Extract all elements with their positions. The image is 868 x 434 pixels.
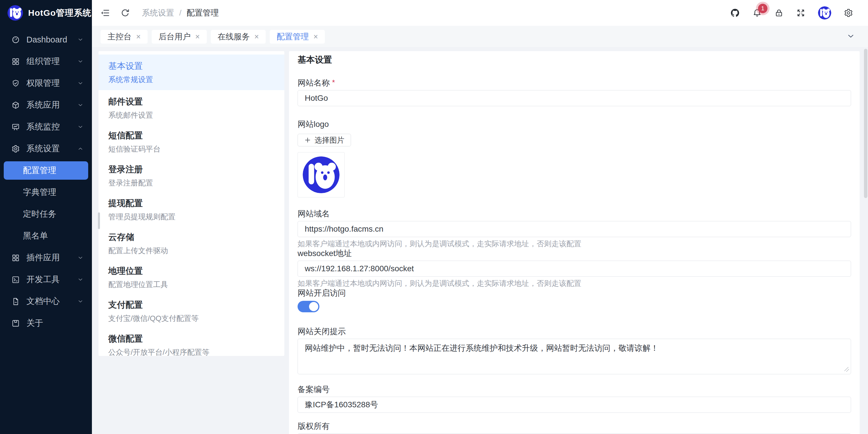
site-access-toggle[interactable] — [298, 301, 319, 312]
sidebar-subitem-blacklist[interactable]: 黑名单 — [0, 225, 92, 247]
sidebar-subitem-config-management[interactable]: 配置管理 — [4, 161, 88, 180]
chevron-down-icon — [78, 124, 83, 130]
icp-input[interactable] — [298, 397, 851, 413]
icp-label: 备案编号 — [298, 385, 851, 394]
chevron-up-icon — [78, 146, 83, 152]
close-icon[interactable]: × — [136, 33, 141, 41]
terminal-icon — [11, 275, 20, 284]
tab-bar: 主控台 × 后台用户 × 在线服务 × 配置管理 × — [92, 26, 868, 47]
breadcrumb-current: 配置管理 — [187, 7, 219, 19]
close-icon[interactable]: × — [313, 33, 318, 41]
top-header: 系统设置 / 配置管理 1 — [92, 0, 868, 26]
frame-icon — [11, 319, 20, 328]
toggle-knob — [309, 302, 318, 311]
sidebar-item-dashboard[interactable]: Dashboard — [0, 29, 92, 51]
gauge-icon — [11, 36, 20, 44]
settings-nav-basic[interactable]: 基本设置 系统常规设置 — [98, 55, 284, 90]
app-title: HotGo管理系统 — [28, 7, 92, 19]
settings-nav-cloud-storage[interactable]: 云存储 配置上传文件驱动 — [98, 226, 284, 260]
close-tip-label: 网站关闭提示 — [298, 327, 851, 336]
header-actions: 1 — [730, 6, 853, 20]
gear-icon — [11, 145, 20, 153]
content-area: 基本设置 系统常规设置 邮件设置 系统邮件设置 短信配置 短信验证码平台 登录注… — [92, 47, 868, 434]
settings-nav-scrollbar-thumb[interactable] — [98, 212, 100, 229]
shield-check-icon — [11, 79, 20, 88]
avatar[interactable] — [818, 6, 831, 20]
settings-nav-withdraw[interactable]: 提现配置 管理员提现规则配置 — [98, 192, 284, 226]
logo-preview[interactable] — [298, 152, 345, 198]
websocket-label: websocket地址 — [298, 248, 851, 258]
site-name-input[interactable] — [298, 90, 851, 106]
breadcrumb-section: 系统设置 — [142, 7, 174, 19]
breadcrumb: 系统设置 / 配置管理 — [142, 7, 219, 19]
copyright-label: 版权所有 — [298, 421, 851, 431]
app-logo-icon — [7, 5, 23, 21]
sidebar-item-organization[interactable]: 组织管理 — [0, 51, 92, 72]
chevron-down-icon — [78, 102, 83, 108]
websocket-input[interactable] — [298, 261, 851, 277]
site-name-label: 网站名称* — [298, 77, 851, 88]
choose-image-button[interactable]: 选择图片 — [298, 134, 351, 146]
chevron-down-icon — [78, 37, 83, 42]
close-icon[interactable]: × — [195, 33, 200, 41]
sidebar-item-plugin-apps[interactable]: 插件应用 — [0, 247, 92, 269]
sidebar-item-doc-center[interactable]: 文档中心 — [0, 291, 92, 312]
chevron-down-icon — [78, 59, 83, 64]
sidebar-item-dev-tools[interactable]: 开发工具 — [0, 269, 92, 291]
app-logo-row[interactable]: HotGo管理系统 — [0, 0, 92, 26]
document-icon — [11, 297, 20, 306]
site-domain-hint: 如果客户端通过本地或内网访问，则认为是调试模式，走实际请求地址，否则走该配置 — [298, 239, 851, 248]
settings-nav-sms[interactable]: 短信配置 短信验证码平台 — [98, 124, 284, 158]
form-title: 基本设置 — [298, 54, 851, 65]
sidebar-item-system-monitor[interactable]: 系统监控 — [0, 116, 92, 138]
tabbar-collapse-chevron-icon[interactable] — [847, 32, 855, 40]
chevron-down-icon — [78, 80, 83, 86]
chevron-down-icon — [78, 277, 83, 282]
site-logo-label: 网站logo — [298, 120, 851, 129]
close-icon[interactable]: × — [254, 33, 259, 41]
basic-settings-form: 基本设置 网站名称* 网站logo 选择图片 网站域名 如果客户端通过本地或内网… — [289, 51, 860, 434]
settings-gear-icon[interactable] — [844, 8, 853, 18]
cube-icon — [11, 101, 20, 109]
tab-config-management[interactable]: 配置管理 × — [270, 30, 325, 44]
refresh-icon[interactable] — [121, 8, 130, 18]
site-domain-input[interactable] — [298, 221, 851, 237]
sidebar-item-system-apps[interactable]: 系统应用 — [0, 94, 92, 116]
sidebar-menu: Dashboard 组织管理 权限管理 系统应用 系统监控 系统设置 — [0, 26, 92, 334]
settings-nav-wechat[interactable]: 微信配置 公众号/开放平台/小程序配置等 — [98, 327, 284, 361]
sidebar-subitem-scheduled-tasks[interactable]: 定时任务 — [0, 203, 92, 225]
fullscreen-icon[interactable] — [796, 8, 805, 18]
lock-icon[interactable] — [774, 8, 783, 18]
websocket-hint: 如果客户端通过本地或内网访问，则认为是调试模式，走实际请求地址，否则走该配置 — [298, 279, 851, 288]
tab-admin-users[interactable]: 后台用户 × — [152, 30, 207, 44]
notification-badge: 1 — [758, 4, 768, 13]
settings-nav-login-register[interactable]: 登录注册 登录注册配置 — [98, 158, 284, 192]
grid-icon — [11, 254, 20, 262]
site-logo-image — [303, 157, 340, 193]
plus-icon — [304, 137, 311, 143]
settings-nav-email[interactable]: 邮件设置 系统邮件设置 — [98, 90, 284, 124]
settings-nav-geo[interactable]: 地理位置 配置地理位置工具 — [98, 260, 284, 293]
sidebar-item-system-settings[interactable]: 系统设置 — [0, 138, 92, 160]
sidebar-item-about[interactable]: 关于 — [0, 312, 92, 334]
notifications-button[interactable]: 1 — [752, 8, 762, 18]
required-mark: * — [332, 78, 335, 87]
menu-fold-icon[interactable] — [100, 8, 110, 18]
sidebar-item-permissions[interactable]: 权限管理 — [0, 72, 92, 94]
site-access-label: 网站开启访问 — [298, 288, 851, 298]
sidebar-subitem-dictionary-management[interactable]: 字典管理 — [0, 181, 92, 203]
chevron-down-icon — [78, 255, 83, 261]
settings-nav-payment[interactable]: 支付配置 支付宝/微信/QQ支付配置等 — [98, 293, 284, 327]
monitor-chart-icon — [11, 123, 20, 131]
chevron-down-icon — [78, 299, 83, 304]
main-area: 系统设置 / 配置管理 1 主控台 × 后台用户 × 在线服务 × — [92, 0, 868, 434]
tab-dashboard[interactable]: 主控台 × — [100, 30, 148, 44]
breadcrumb-separator: / — [179, 8, 182, 18]
textarea-resize-handle[interactable] — [844, 367, 849, 372]
page-scrollbar-thumb[interactable] — [864, 49, 867, 198]
grid-icon — [11, 58, 20, 66]
close-tip-textarea[interactable]: 网站维护中，暂时无法访问！本网站正在进行系统维护和技术升级，网站暂时无法访问，敬… — [298, 339, 851, 374]
github-icon[interactable] — [730, 8, 740, 18]
settings-nav-panel: 基本设置 系统常规设置 邮件设置 系统邮件设置 短信配置 短信验证码平台 登录注… — [98, 51, 284, 356]
tab-online-service[interactable]: 在线服务 × — [211, 30, 266, 44]
